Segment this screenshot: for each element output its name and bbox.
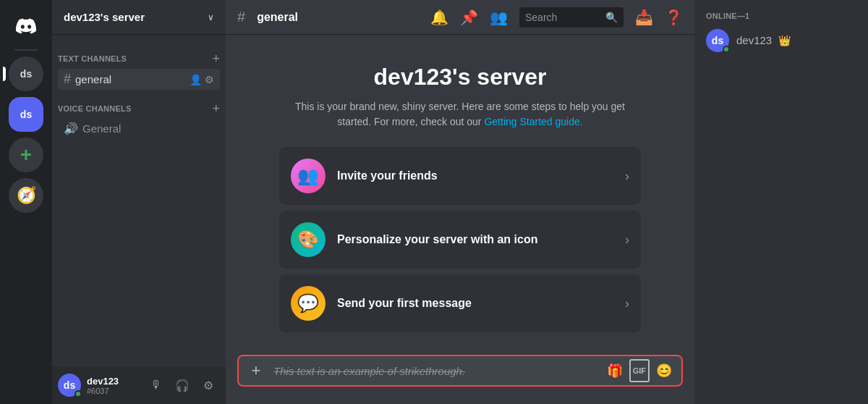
invite-icon: 👥 — [291, 159, 326, 193]
deafen-button[interactable]: 🎧 — [171, 374, 194, 397]
personalize-label: Personalize your server with an icon — [337, 233, 613, 246]
message-bar: + This text is an example of strikethrou… — [226, 355, 694, 404]
emoji-button[interactable]: 😊 — [652, 359, 676, 382]
help-icon[interactable]: ❓ — [665, 9, 683, 26]
pin-icon[interactable]: 📌 — [460, 9, 478, 26]
user-controls: 🎙 🎧 ⚙ — [145, 374, 220, 397]
channel-list: TEXT CHANNELS + # general 👤 ⚙ VOICE CHAN… — [52, 35, 226, 366]
members-sidebar: ONLINE—1 ds dev123 👑 — [694, 0, 868, 404]
first-message-icon: 💬 — [291, 286, 326, 321]
action-cards: 👥 Invite your friends › 🎨 Personalize yo… — [279, 147, 641, 332]
add-voice-channel-button[interactable]: + — [212, 102, 220, 115]
user-info: dev123 #6037 — [87, 376, 139, 395]
discord-home-button[interactable] — [9, 9, 43, 43]
search-input[interactable] — [525, 12, 600, 23]
invite-chevron-icon: › — [625, 169, 629, 184]
username: dev123 — [87, 376, 139, 387]
user-status-indicator — [75, 390, 82, 397]
sidebar-item-ds-server-active[interactable]: ds — [9, 97, 43, 132]
gift-button[interactable]: 🎁 — [603, 359, 626, 382]
message-input[interactable]: This text is an example of strikethrough… — [273, 365, 597, 377]
content-area: dev123's server This is your brand new, … — [226, 35, 694, 355]
server-name: dev123's server — [64, 11, 145, 23]
welcome-title: dev123's server — [374, 64, 547, 91]
main-content: # general 🔔 📌 👥 🔍 📥 ❓ dev123's server Th… — [226, 0, 694, 404]
personalize-icon: 🎨 — [291, 222, 326, 257]
voice-channels-label: VOICE CHANNELS — [58, 104, 131, 113]
channel-item-general-voice[interactable]: 🔊 General — [58, 119, 220, 138]
first-message-label: Send your first message — [337, 297, 613, 310]
channel-actions: 👤 ⚙ — [190, 74, 214, 85]
server-list: ds ds + 🧭 — [0, 0, 52, 404]
voice-icon: 🔊 — [64, 122, 78, 135]
members-icon[interactable]: 👥 — [490, 9, 508, 26]
settings-icon[interactable]: ⚙ — [205, 74, 214, 85]
text-channels-label: TEXT CHANNELS — [58, 54, 127, 63]
invite-friends-card[interactable]: 👥 Invite your friends › — [279, 147, 641, 205]
message-add-button[interactable]: + — [244, 359, 268, 382]
add-server-button[interactable]: + — [9, 138, 43, 172]
text-channels-category: TEXT CHANNELS + — [52, 41, 226, 68]
user-area: ds dev123 #6037 🎙 🎧 ⚙ — [52, 366, 226, 404]
mute-button[interactable]: 🎙 — [145, 374, 168, 397]
user-settings-button[interactable]: ⚙ — [197, 374, 220, 397]
text-channel-icon: # — [64, 72, 71, 87]
member-badge-crown: 👑 — [778, 35, 791, 46]
channel-hash-icon: # — [237, 9, 245, 25]
sidebar-item-ds-server-1[interactable]: ds — [9, 56, 43, 91]
search-icon: 🔍 — [605, 12, 618, 23]
user-tag: #6037 — [87, 387, 139, 395]
personalize-card[interactable]: 🎨 Personalize your server with an icon › — [279, 211, 641, 269]
message-input-container[interactable]: + This text is an example of strikethrou… — [237, 355, 683, 387]
search-bar[interactable]: 🔍 — [519, 7, 624, 28]
message-actions: 🎁 GIF 😊 — [603, 359, 676, 382]
member-avatar-dev123: ds — [706, 29, 729, 52]
channel-name-general: general — [75, 73, 185, 85]
inbox-icon[interactable]: 📥 — [635, 9, 653, 26]
top-bar: # general 🔔 📌 👥 🔍 📥 ❓ — [226, 0, 694, 35]
invite-label: Invite your friends — [337, 169, 613, 182]
voice-channels-category: VOICE CHANNELS + — [52, 91, 226, 118]
notification-bell-icon[interactable]: 🔔 — [430, 9, 448, 26]
member-name-dev123: dev123 — [736, 34, 772, 46]
online-members-label: ONLINE—1 — [700, 12, 862, 20]
member-status-indicator — [723, 46, 730, 53]
top-bar-actions: 🔔 📌 👥 🔍 📥 ❓ — [430, 7, 683, 28]
server-header[interactable]: dev123's server ∨ — [52, 0, 226, 35]
first-message-chevron-icon: › — [625, 296, 629, 311]
gif-button[interactable]: GIF — [629, 359, 650, 382]
personalize-chevron-icon: › — [625, 232, 629, 248]
explore-servers-button[interactable]: 🧭 — [9, 178, 43, 213]
channel-header-name: general — [257, 11, 298, 24]
channel-sidebar: dev123's server ∨ TEXT CHANNELS + # gene… — [52, 0, 226, 404]
chevron-down-icon: ∨ — [208, 12, 214, 22]
first-message-card[interactable]: 💬 Send your first message › — [279, 274, 641, 332]
channel-item-general-text[interactable]: # general 👤 ⚙ — [58, 69, 220, 90]
voice-channel-name: General — [82, 122, 121, 135]
add-member-icon[interactable]: 👤 — [190, 74, 202, 85]
add-text-channel-button[interactable]: + — [212, 52, 220, 65]
server-divider — [14, 49, 38, 51]
member-item-dev123[interactable]: ds dev123 👑 — [700, 26, 862, 55]
welcome-description: This is your brand new, shiny server. He… — [279, 99, 641, 130]
getting-started-link[interactable]: Getting Started guide. — [484, 116, 582, 127]
avatar: ds — [58, 374, 81, 397]
